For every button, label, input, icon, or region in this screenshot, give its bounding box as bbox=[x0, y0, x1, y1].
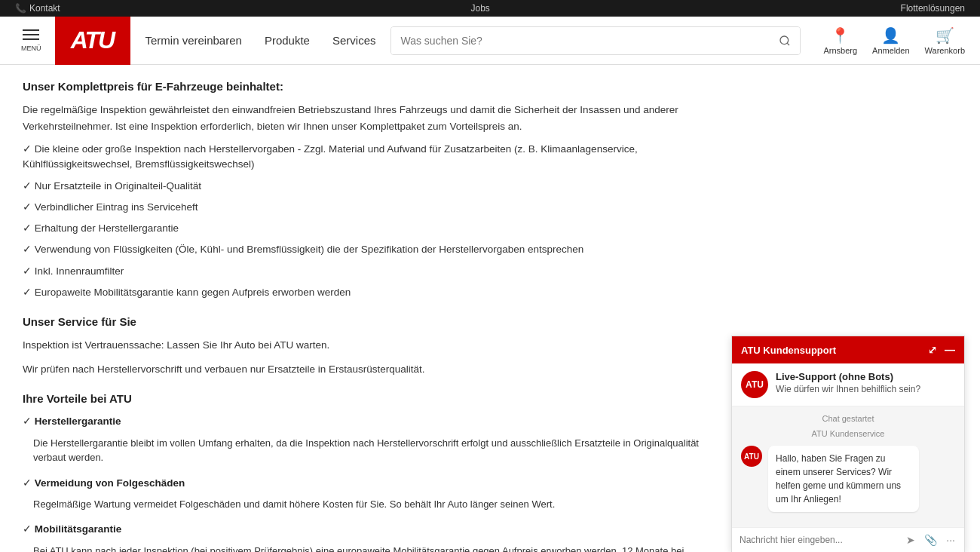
chat-support-info: ATU Live-Support (ohne Bots) Wie dürfen … bbox=[732, 363, 964, 406]
menu-label: MENÜ bbox=[21, 44, 41, 52]
check-item: ✓ Die kleine oder große Inspektion nach … bbox=[23, 142, 731, 173]
logo-text: ATU bbox=[71, 26, 114, 54]
benefit-item: ✓ Vermeidung von FolgeschädenRegelmäßige… bbox=[23, 476, 731, 512]
jobs-link[interactable]: Jobs bbox=[470, 3, 489, 14]
cart-label: Warenkorb bbox=[925, 46, 965, 55]
chat-messages: Chat gestartet ATU Kundenservice ATU Hal… bbox=[732, 406, 964, 527]
more-icon: ··· bbox=[946, 534, 955, 546]
check-items-list: ✓ Die kleine oder große Inspektion nach … bbox=[23, 142, 731, 300]
menu-bar bbox=[23, 38, 39, 40]
section2-text1: Inspektion ist Vertrauenssache: Lassen S… bbox=[23, 337, 731, 354]
section3-title: Ihre Vorteile bei ATU bbox=[23, 392, 731, 405]
check-item: ✓ Erhaltung der Herstellergarantie bbox=[23, 221, 731, 236]
section1-intro: Die regelmäßige Inspektion gewährleistet… bbox=[23, 102, 731, 134]
location-action[interactable]: 📍 Arnsberg bbox=[823, 26, 857, 55]
chat-input-actions: ➤ 📎 ··· bbox=[905, 534, 957, 546]
check-item: ✓ Nur Ersatzteile in Originalteil-Qualit… bbox=[23, 179, 731, 194]
send-icon: ➤ bbox=[906, 534, 915, 546]
user-icon: 👤 bbox=[881, 26, 900, 44]
phone-icon: 📞 bbox=[15, 3, 26, 14]
benefit-title: ✓ Herstellergarantie bbox=[23, 414, 731, 429]
nav-produkte[interactable]: Produkte bbox=[265, 19, 310, 62]
check-item: ✓ Europaweite Mobilitätsgarantie kann ge… bbox=[23, 285, 731, 300]
chat-started-label: Chat gestartet bbox=[741, 414, 955, 423]
chat-message-avatar: ATU bbox=[741, 446, 762, 467]
chat-support-subtitle: Wie dürfen wir Ihnen behilflich sein? bbox=[776, 384, 920, 394]
benefit-title: ✓ Mobilitätsgarantie bbox=[23, 522, 731, 537]
chat-header-title: ATU Kundensupport bbox=[741, 345, 836, 356]
search-input[interactable] bbox=[391, 27, 770, 54]
chat-widget: ATU Kundensupport ⤢ — ATU Live-Support (… bbox=[731, 336, 965, 552]
main-content: Unser Komplettpreis für E-Fahrzeuge bein… bbox=[0, 65, 754, 552]
chat-header-actions: ⤢ — bbox=[928, 344, 955, 356]
location-icon: 📍 bbox=[831, 26, 850, 44]
benefits-list: ✓ HerstellergarantieDie Herstellergarant… bbox=[23, 414, 731, 552]
header-actions: 📍 Arnsberg 👤 Anmelden 🛒 Warenkorb bbox=[823, 26, 965, 55]
login-action[interactable]: 👤 Anmelden bbox=[872, 26, 910, 55]
svg-point-0 bbox=[780, 36, 789, 44]
chat-header: ATU Kundensupport ⤢ — bbox=[732, 336, 964, 363]
menu-bar bbox=[23, 29, 39, 31]
check-item: ✓ Verwendung von Flüssigkeiten (Öle, Küh… bbox=[23, 242, 731, 257]
chat-attach-button[interactable]: 📎 bbox=[923, 534, 939, 546]
section1-title: Unser Komplettpreis für E-Fahrzeuge bein… bbox=[23, 80, 731, 93]
benefit-description: Die Herstellergarantie bleibt im vollen … bbox=[23, 436, 731, 465]
flotten-link[interactable]: Flottenlösungen bbox=[901, 3, 965, 14]
check-item: ✓ Inkl. Innenraumfilter bbox=[23, 264, 731, 279]
benefit-description: Regelmäßige Wartung vermeidet Folgeschäd… bbox=[23, 497, 731, 512]
search-bar bbox=[390, 26, 801, 55]
cart-action[interactable]: 🛒 Warenkorb bbox=[925, 26, 965, 55]
section2-text2: Wir prüfen nach Herstellervorschrift und… bbox=[23, 361, 731, 378]
chat-more-button[interactable]: ··· bbox=[945, 534, 957, 546]
location-label: Arnsberg bbox=[823, 46, 857, 55]
kontakt-link[interactable]: 📞 Kontakt bbox=[15, 3, 60, 14]
top-bar: 📞 Kontakt Jobs Flottenlösungen bbox=[0, 0, 980, 17]
benefit-item: ✓ HerstellergarantieDie Herstellergarant… bbox=[23, 414, 731, 465]
benefit-item: ✓ MobilitätsgarantieBei ATU kann nach je… bbox=[23, 522, 731, 552]
section2-title: Unser Service für Sie bbox=[23, 315, 731, 328]
chat-service-name: ATU Kundenservice bbox=[741, 429, 955, 438]
chat-support-name: Live-Support (ohne Bots) bbox=[776, 371, 920, 382]
main-nav: Termin vereinbaren Produkte Services bbox=[145, 19, 376, 62]
section-vorteile: Ihre Vorteile bei ATU ✓ Herstellergarant… bbox=[23, 392, 731, 552]
menu-button[interactable]: MENÜ bbox=[15, 23, 47, 58]
search-button[interactable] bbox=[770, 27, 800, 54]
check-item: ✓ Verbindlicher Eintrag ins Serviceheft bbox=[23, 200, 731, 215]
benefit-description: Bei ATU kann nach jeder Inspektion (bei … bbox=[23, 544, 731, 552]
chat-avatar: ATU bbox=[741, 371, 768, 398]
chat-support-details: Live-Support (ohne Bots) Wie dürfen wir … bbox=[776, 371, 920, 394]
header: MENÜ ATU Termin vereinbaren Produkte Ser… bbox=[0, 17, 980, 65]
cart-icon: 🛒 bbox=[936, 26, 954, 44]
section-service: Unser Service für Sie Inspektion ist Ver… bbox=[23, 315, 731, 377]
chat-input-area: ➤ 📎 ··· bbox=[732, 527, 964, 552]
svg-line-1 bbox=[788, 43, 790, 45]
nav-termin[interactable]: Termin vereinbaren bbox=[145, 19, 242, 62]
login-label: Anmelden bbox=[872, 46, 910, 55]
benefit-title: ✓ Vermeidung von Folgeschäden bbox=[23, 476, 731, 491]
chat-minimize-button[interactable]: — bbox=[945, 344, 955, 356]
logo[interactable]: ATU bbox=[55, 17, 130, 65]
search-icon bbox=[779, 35, 791, 47]
nav-services[interactable]: Services bbox=[332, 19, 376, 62]
chat-message-wrapper: ATU Hallo, haben Sie Fragen zu einem uns… bbox=[741, 446, 955, 512]
chat-expand-button[interactable]: ⤢ bbox=[928, 344, 937, 356]
chat-message-bubble: Hallo, haben Sie Fragen zu einem unserer… bbox=[768, 446, 919, 512]
chat-send-button[interactable]: ➤ bbox=[905, 534, 917, 546]
chat-input[interactable] bbox=[740, 535, 905, 545]
attach-icon: 📎 bbox=[924, 534, 937, 546]
menu-bar bbox=[23, 34, 39, 35]
section-komplettpreis: Unser Komplettpreis für E-Fahrzeuge bein… bbox=[23, 80, 731, 300]
